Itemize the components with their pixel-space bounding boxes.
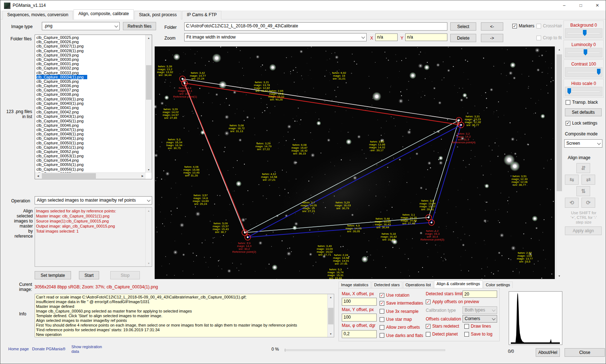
scroll-down-icon[interactable]: ▼ <box>556 273 562 279</box>
file-list-item[interactable]: clb_Capture_00035.png <box>35 79 145 84</box>
donate-link[interactable]: Donate PGMania® <box>32 347 66 351</box>
file-list-item[interactable]: clb_Capture_00053(1).png <box>35 154 145 158</box>
progress-thumb[interactable] <box>285 349 286 352</box>
file-list-item[interactable]: clb_Capture_00039(1).png <box>35 97 145 101</box>
apply-offsets-checkbox[interactable]: ✓ Apply offsets on preview <box>426 299 479 304</box>
file-list-item[interactable]: clb_Capture_00036.png <box>35 84 145 88</box>
file-list-hscrollbar[interactable]: ◀ ▶ <box>35 172 146 179</box>
set-template-button[interactable]: Set template <box>35 271 71 279</box>
file-list-item[interactable]: clb_Capture_00028(1).png <box>35 49 145 53</box>
file-list-item[interactable]: clb_Capture_00037.png <box>35 88 145 92</box>
y-coordinate-input[interactable]: n/a <box>405 33 447 41</box>
scroll-down-icon[interactable]: ▼ <box>146 260 152 266</box>
file-list-item[interactable]: clb_Capture_00040(1).png <box>35 101 145 105</box>
background-slider[interactable] <box>565 28 602 38</box>
settings-tab-operations-list[interactable]: Operations list <box>403 282 433 288</box>
file-list-item[interactable]: clb_Capture_00052.png <box>35 149 145 154</box>
scroll-down-icon[interactable]: ▼ <box>146 167 152 173</box>
file-list-item[interactable]: clb_Capture_00038.png <box>35 92 145 96</box>
maximize-button[interactable]: □ <box>572 0 589 10</box>
folder-files-list[interactable]: clb_Capture_00025.pngclb_Capture_00026.p… <box>35 35 152 179</box>
minimize-button[interactable]: – <box>556 0 572 10</box>
file-list-item[interactable]: clb_Capture_00041.png <box>35 105 145 110</box>
zoom-select[interactable]: Fit image width in window <box>184 33 367 41</box>
preview-vscrollbar[interactable]: ▲ ▼ <box>556 46 562 279</box>
save-intermediates-checkbox[interactable]: ✓Save intermediates <box>380 299 423 307</box>
transp-black-checkbox[interactable]: Transp. black <box>566 100 598 105</box>
file-list-item-selected[interactable]: clb_Capture_00034(1).png <box>35 75 145 79</box>
scroll-up-icon[interactable]: ▲ <box>328 294 334 300</box>
select-button[interactable]: Select <box>450 22 476 31</box>
home-page-link[interactable]: Home page <box>8 347 29 351</box>
preview-vscroll-thumb[interactable] <box>557 54 562 191</box>
slider-thumb[interactable] <box>583 30 587 36</box>
luminocity-slider[interactable] <box>565 48 602 57</box>
slider-thumb[interactable] <box>584 49 587 55</box>
folder-path-input[interactable]: C:\AstroFoto\C12\C12_L_2018-05-09_00_49_… <box>184 22 447 31</box>
max-y-offset-input[interactable]: 100 <box>342 314 377 322</box>
file-list-item[interactable]: clb_Capture_00046.png <box>35 123 145 127</box>
file-list-item[interactable]: clb_Capture_00042.png <box>35 110 145 114</box>
scroll-up-icon[interactable]: ▲ <box>146 35 152 41</box>
prev-image-button[interactable]: <- <box>481 22 503 31</box>
about-help-button[interactable]: About/Hel <box>536 348 560 357</box>
scroll-up-icon[interactable]: ▲ <box>556 46 562 53</box>
composite-mode-select[interactable]: Screen <box>564 139 602 148</box>
stars-redetect-checkbox[interactable]: ✓ Stars redetect <box>426 324 459 329</box>
allow-zero-offsets-checkbox[interactable]: Allow zero offsets <box>380 323 423 331</box>
file-list-item[interactable]: clb_Capture_00051(1).png <box>35 145 145 149</box>
slider-thumb[interactable] <box>567 88 571 94</box>
set-defaults-button[interactable]: Set defaults <box>565 108 602 116</box>
align-box-vscrollbar[interactable]: ▲ ▼ <box>145 208 152 266</box>
delete-button[interactable]: Delete <box>450 34 476 42</box>
file-list-item[interactable]: clb_Capture_00056(1).png <box>35 167 145 171</box>
image-preview[interactable]: fwhm: 3,39magn: 13,2magn: 13,92snr: 34,4… <box>155 46 555 279</box>
refresh-files-button[interactable]: Refresh files <box>123 22 156 30</box>
file-list-item[interactable]: clb_Capture_00050(1).png <box>35 141 145 145</box>
x-coordinate-input[interactable]: n/a <box>375 33 398 41</box>
settings-tab-color-settings[interactable]: Color settings <box>483 282 513 288</box>
info-vscroll-thumb[interactable] <box>328 308 333 324</box>
image-type-select[interactable]: .png <box>42 22 120 30</box>
draw-lines-checkbox[interactable]: Draw lines <box>464 324 491 329</box>
max-phi-offset-input[interactable]: 0,2 <box>342 330 377 338</box>
file-list-item[interactable]: clb_Capture_00032.png <box>35 66 145 70</box>
max-x-offset-input[interactable]: 100 <box>342 298 377 306</box>
hscroll-thumb[interactable] <box>42 173 96 179</box>
offsets-calculation-select[interactable]: Corners <box>463 315 497 323</box>
tab-ip-cams-ftp[interactable]: IP Cams & FTP <box>182 11 221 19</box>
file-list-item[interactable]: clb_Capture_00049(1).png <box>35 136 145 140</box>
settings-tab-detected-stars[interactable]: Detected stars <box>372 282 402 288</box>
stars-limit-input[interactable]: 20 <box>463 291 497 298</box>
file-list-item[interactable]: clb_Capture_00047(1).png <box>35 127 145 132</box>
vscroll-thumb[interactable] <box>146 65 151 100</box>
file-list-item[interactable]: clb_Capture_00054.png <box>35 158 145 162</box>
contrast-slider[interactable] <box>565 67 602 77</box>
file-list-item[interactable]: clb_Capture_00033.png <box>35 71 145 75</box>
save-to-log-checkbox[interactable]: Save to log <box>464 332 492 337</box>
show-registration-link[interactable]: Show registration data <box>71 345 102 354</box>
settings-tab-align-calibrate-settings[interactable]: Align & calibrate settings <box>434 280 482 288</box>
file-list-item[interactable]: clb_Capture_00048(1).png <box>35 132 145 136</box>
file-list-item[interactable]: clb_Capture_00055(1).png <box>35 162 145 167</box>
info-box-vscrollbar[interactable]: ▲ ▼ <box>327 294 334 337</box>
scroll-left-icon[interactable]: ◀ <box>35 173 41 179</box>
scroll-right-icon[interactable]: ▶ <box>140 173 146 179</box>
slider-thumb[interactable] <box>597 69 601 75</box>
scroll-up-icon[interactable]: ▲ <box>146 208 152 214</box>
tab-align-composite-calibrate[interactable]: Align, composite, calibrate <box>74 9 133 19</box>
next-image-button[interactable]: -> <box>481 34 503 42</box>
settings-tab-image-statistics[interactable]: Image statistics <box>339 282 371 288</box>
file-list-item[interactable]: clb_Capture_00043(1).png <box>35 114 145 118</box>
file-list-vscrollbar[interactable]: ▲ ▼ <box>145 35 152 173</box>
file-list-item[interactable]: clb_Capture_00029.png <box>35 53 145 57</box>
close-button[interactable]: Close <box>565 348 605 357</box>
use-rotation-checkbox[interactable]: ✓Use rotation <box>380 291 423 299</box>
markers-checkbox[interactable]: ✓ Markers <box>512 23 534 28</box>
operation-select[interactable]: Align selected images to master image/by… <box>35 196 152 205</box>
file-list-item[interactable]: clb_Capture_00026.png <box>35 40 145 44</box>
use-3x-resample-checkbox[interactable]: Use 3x resample <box>380 307 423 315</box>
file-list-item[interactable]: clb_Capture_00027(1).png <box>35 44 145 48</box>
file-list-item[interactable]: clb_Capture_00025.png <box>35 35 145 40</box>
scroll-down-icon[interactable]: ▼ <box>328 331 334 337</box>
